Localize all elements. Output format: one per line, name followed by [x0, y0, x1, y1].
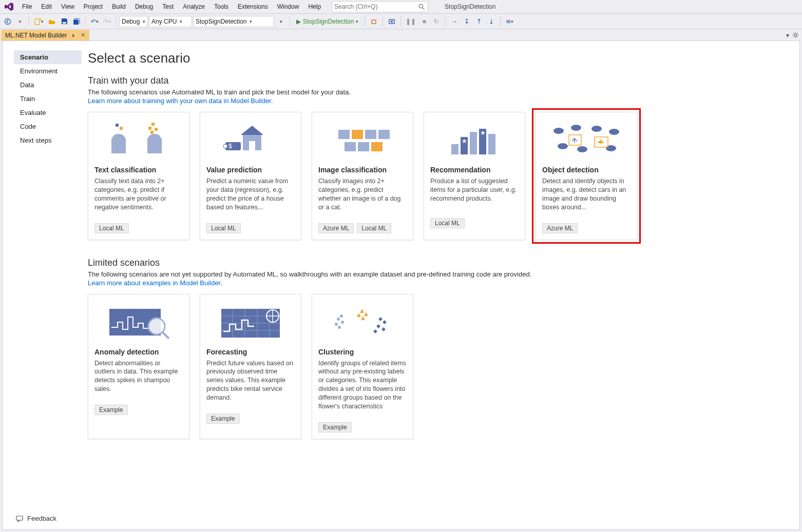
- search-input[interactable]: [334, 3, 418, 10]
- menu-project[interactable]: Project: [79, 1, 107, 12]
- save-button[interactable]: [59, 16, 70, 27]
- step-out-b-button[interactable]: ⤓: [486, 16, 497, 27]
- global-search[interactable]: [332, 1, 428, 12]
- svg-point-9: [794, 34, 797, 36]
- pin-icon[interactable]: ⏵: [71, 32, 77, 38]
- document-tabs: ML.NET Model Builder ⏵ ✕ ▾: [0, 29, 802, 41]
- menu-analyze[interactable]: Analyze: [178, 1, 209, 12]
- attach-button[interactable]: [368, 16, 379, 27]
- debug-pause-button[interactable]: ❚❚: [404, 16, 417, 27]
- platform-dropdown[interactable]: Any CPU▾: [149, 16, 192, 27]
- doc-tab-model-builder[interactable]: ML.NET Model Builder ⏵ ✕: [1, 30, 89, 41]
- start-split-caret[interactable]: ▾: [275, 16, 287, 27]
- svg-rect-6: [372, 20, 376, 24]
- menu-debug[interactable]: Debug: [130, 1, 158, 12]
- step-out-a-button[interactable]: ⤒: [473, 16, 485, 27]
- svg-point-0: [419, 4, 423, 8]
- debug-stop-button[interactable]: ■: [418, 16, 430, 27]
- diag-button[interactable]: ≋▾: [504, 16, 515, 27]
- menu-build[interactable]: Build: [107, 1, 130, 12]
- svg-line-1: [423, 8, 424, 9]
- startup-dropdown[interactable]: StopSignDetection▾: [193, 16, 274, 27]
- menu-bar: File Edit View Project Build Debug Test …: [0, 0, 802, 14]
- svg-rect-5: [63, 22, 66, 24]
- close-tab-icon[interactable]: ✕: [81, 32, 85, 38]
- menu-extensions[interactable]: Extensions: [233, 1, 273, 12]
- menu-file[interactable]: File: [17, 1, 36, 12]
- menu-tools[interactable]: Tools: [209, 1, 233, 12]
- redo-button[interactable]: ↷▾: [101, 16, 112, 27]
- startup-value: StopSignDetection: [196, 18, 246, 25]
- svg-line-14: [793, 33, 794, 33]
- open-button[interactable]: [46, 16, 58, 27]
- solution-name: StopSignDetection: [441, 2, 500, 12]
- undo-button[interactable]: ↶▾: [89, 16, 100, 27]
- save-all-button[interactable]: [71, 16, 82, 27]
- config-value: Debug: [122, 18, 140, 25]
- tab-overflow-caret[interactable]: ▾: [786, 32, 789, 39]
- debug-restart-button[interactable]: ↻: [431, 16, 442, 27]
- svg-point-2: [5, 18, 11, 24]
- vs-logo-icon: [4, 3, 14, 11]
- svg-line-15: [797, 36, 797, 37]
- step-into-button[interactable]: →: [449, 16, 460, 27]
- menu-window[interactable]: Window: [273, 1, 304, 12]
- svg-point-8: [391, 21, 393, 23]
- platform-value: Any CPU: [151, 18, 177, 25]
- doc-tab-title: ML.NET Model Builder: [5, 32, 67, 39]
- live-share-button[interactable]: [386, 16, 397, 27]
- new-item-button[interactable]: ✶▾: [32, 16, 45, 27]
- start-label: StopSignDetection: [303, 18, 354, 25]
- config-dropdown[interactable]: Debug▾: [119, 16, 148, 27]
- toolbar: ▾ ✶▾ ↶▾ ↷▾ Debug▾ Any CPU▾ StopSignDetec…: [0, 14, 802, 29]
- svg-line-16: [793, 36, 794, 37]
- tab-settings-icon[interactable]: [792, 32, 799, 38]
- nav-back-button[interactable]: [2, 16, 13, 27]
- step-over-button[interactable]: ↧: [461, 16, 472, 27]
- menu-test[interactable]: Test: [158, 1, 178, 12]
- search-icon: [418, 4, 426, 10]
- menu-edit[interactable]: Edit: [36, 1, 56, 12]
- svg-line-17: [797, 33, 797, 33]
- start-debug-button[interactable]: ▶StopSignDetection▾: [293, 16, 361, 27]
- nav-fwd-button[interactable]: ▾: [14, 16, 26, 27]
- menu-help[interactable]: Help: [303, 1, 326, 12]
- menu-view[interactable]: View: [56, 1, 79, 12]
